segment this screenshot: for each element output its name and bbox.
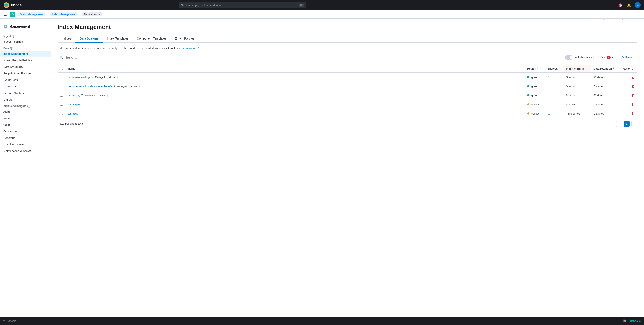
hamburger-button[interactable]: ☰	[4, 12, 7, 17]
page-1-button[interactable]: 1	[624, 121, 630, 127]
sidebar-item-rollup-jobs[interactable]: Rollup Jobs	[0, 77, 50, 83]
indices-link[interactable]: 1	[548, 112, 550, 115]
row-checkbox[interactable]	[60, 112, 63, 115]
include-stats-info-icon[interactable]: i	[591, 56, 594, 59]
select-all-checkbox[interactable]	[60, 67, 63, 70]
delete-button[interactable]: 🗑	[631, 103, 635, 106]
console-chevron-icon[interactable]: ▾	[4, 319, 5, 322]
global-search-bar[interactable]: 🔍 Find apps, content, and more. ⌘/	[179, 2, 306, 8]
tab-enrich-policies[interactable]: Enrich Policies	[170, 35, 198, 43]
delete-button[interactable]: 🗑	[631, 84, 635, 88]
row-checkbox[interactable]	[60, 103, 63, 106]
include-stats-toggle-container: Include stats i	[565, 55, 594, 60]
tab-data-streams[interactable]: Data Streams	[75, 35, 103, 43]
indices-link[interactable]: 1	[548, 103, 550, 106]
sidebar-item-maintenance[interactable]: Maintenance Windows	[0, 148, 50, 154]
sidebar-item-dataset-quality[interactable]: Data Set Quality	[0, 64, 50, 70]
row-index-mode-cell: Time series	[563, 109, 591, 118]
console-label[interactable]: Console	[6, 319, 16, 323]
sidebar-section-alerts: Alerts and Insights i	[0, 103, 50, 108]
elastic-logo[interactable]: elastic	[4, 2, 22, 8]
retention-value: Disabled	[594, 103, 604, 106]
row-retention-cell: 90 days	[591, 73, 620, 82]
indices-link[interactable]: 1	[548, 85, 550, 88]
sidebar-item-rules[interactable]: Rules	[0, 115, 50, 121]
row-actions-cell: 🗑	[620, 82, 637, 91]
elastic-logo-icon	[4, 2, 9, 8]
reload-button[interactable]: ↻ Reload	[619, 54, 637, 61]
notebooks-button[interactable]: 📓 Notebooks	[623, 319, 640, 323]
indices-sort[interactable]: Indices ⇅	[548, 67, 560, 70]
row-actions-cell: 🗑	[620, 91, 637, 100]
table-row: ilm-history-7ManagedHidden green 1 Stand…	[58, 91, 637, 100]
docs-link[interactable]: 📄 Index Management docs	[603, 18, 637, 20]
row-retention-cell: 90 days	[591, 91, 620, 100]
sidebar-item-snapshot-restore[interactable]: Snapshot and Restore	[0, 70, 50, 77]
alerts-info-icon[interactable]: i	[28, 105, 30, 108]
sidebar-item-remote-clusters[interactable]: Remote Clusters	[0, 90, 50, 96]
row-health-cell: green	[524, 73, 546, 82]
breadcrumb-separator-2: ›	[79, 13, 80, 16]
row-checkbox[interactable]	[60, 85, 63, 87]
data-info-icon[interactable]: i	[10, 47, 13, 50]
indices-link[interactable]: 1	[548, 94, 550, 97]
sidebar-item-ml[interactable]: Machine Learning	[0, 141, 50, 148]
search-shortcut: ⌘/	[298, 3, 304, 7]
tab-indices[interactable]: Indices	[58, 35, 75, 43]
health-sort[interactable]: Health ⇅	[527, 67, 538, 70]
badge-managed: Managed	[84, 94, 96, 97]
th-health: Health ⇅	[524, 65, 546, 73]
sidebar-item-index-lifecycle[interactable]: Index Lifecycle Policies	[0, 57, 50, 64]
next-page-button[interactable]: ›	[631, 121, 637, 127]
learn-more-link[interactable]: Learn more. ↗	[182, 46, 200, 50]
sidebar-section-data: Data i	[0, 45, 50, 50]
stream-link[interactable]: .logs-deprecation.elasticsearch-default	[68, 85, 115, 88]
delete-button[interactable]: 🗑	[631, 112, 635, 115]
row-checkbox[interactable]	[60, 76, 63, 78]
data-retention-sort[interactable]: Data retention ⇅	[594, 67, 614, 70]
badge-hidden: Hidden	[97, 94, 108, 97]
bottom-bar: ▾ Console 📓 Notebooks	[0, 317, 644, 325]
row-index-mode-cell: Standard	[563, 73, 591, 82]
indices-link[interactable]: 1	[548, 76, 550, 79]
table-row: .logs-deprecation.elasticsearch-defaultM…	[58, 82, 637, 91]
view-badge: 1	[607, 56, 610, 59]
row-name-cell: test-tsdb	[65, 109, 524, 118]
sidebar-item-reporting[interactable]: Reporting	[0, 135, 50, 141]
breadcrumb-index-management[interactable]: Index Management	[50, 12, 78, 16]
stream-link[interactable]: test-logsdb	[68, 103, 82, 106]
stream-link[interactable]: .kibana-event-log-ds	[68, 76, 93, 79]
view-button[interactable]: View 1 ▾	[597, 54, 616, 61]
breadcrumb-stack-management[interactable]: Stack Management	[18, 12, 46, 16]
tab-index-templates[interactable]: Index Templates	[103, 35, 133, 43]
rows-per-page-selector[interactable]: Rows per page: 20 ▾	[58, 122, 83, 125]
delete-button[interactable]: 🗑	[631, 75, 635, 79]
sidebar-item-index-management[interactable]: Index Management	[0, 50, 50, 57]
index-mode-sort[interactable]: Index mode ⇅	[566, 67, 584, 70]
index-mode-value: Standard	[566, 76, 577, 79]
help-icon[interactable]: 🎯	[618, 2, 623, 7]
row-checkbox-cell	[58, 100, 65, 109]
notifications-icon[interactable]: 🔔	[626, 2, 631, 7]
row-checkbox[interactable]	[60, 94, 63, 97]
stream-link[interactable]: test-tsdb	[68, 112, 78, 115]
sidebar-item-ingest-pipelines[interactable]: Ingest Pipelines	[0, 38, 50, 45]
sidebar-item-connectors[interactable]: Connectors	[0, 128, 50, 135]
search-input[interactable]	[65, 56, 560, 59]
row-index-mode-cell: LogsDB	[563, 100, 591, 109]
sidebar-item-migrate[interactable]: Migrate	[0, 96, 50, 103]
include-stats-label: Include stats	[575, 56, 590, 59]
row-name-cell: test-logsdb	[65, 100, 524, 109]
th-indices: Indices ⇅	[546, 65, 563, 73]
sidebar-item-alerts[interactable]: Alerts	[0, 108, 50, 115]
prev-page-button[interactable]: ‹	[616, 121, 622, 127]
delete-button[interactable]: 🗑	[631, 94, 635, 97]
ingest-info-icon[interactable]: i	[12, 35, 15, 38]
name-sort[interactable]: Name ↑	[68, 67, 78, 70]
stream-link[interactable]: ilm-history-7	[68, 94, 83, 97]
include-stats-toggle[interactable]	[565, 55, 574, 60]
tab-component-templates[interactable]: Component Templates	[133, 35, 171, 43]
sidebar-item-transforms[interactable]: Transforms	[0, 83, 50, 90]
user-avatar[interactable]: E	[635, 2, 640, 8]
sidebar-item-cases[interactable]: Cases	[0, 121, 50, 128]
